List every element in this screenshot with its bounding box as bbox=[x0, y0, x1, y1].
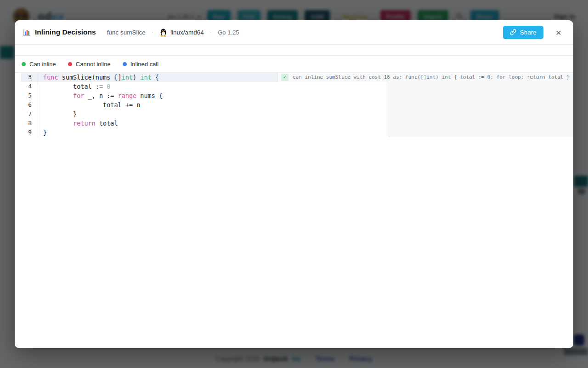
share-button-label: Share bbox=[520, 29, 537, 36]
annotation-cell bbox=[389, 119, 573, 128]
modal-title: Inlining Decisions bbox=[35, 28, 96, 36]
code-text: } bbox=[38, 128, 389, 137]
code-line-7[interactable]: 7 } bbox=[21, 109, 573, 119]
inline-legend: Can inlineCannot inlineInlined call bbox=[15, 56, 573, 73]
annotation-cell bbox=[389, 100, 573, 109]
line-number: 8 bbox=[21, 119, 38, 128]
legend-item-can-inline: Can inline bbox=[22, 61, 56, 68]
inlining-decisions-modal: Inlining Decisions func sumSlice · linux… bbox=[15, 20, 573, 348]
line-number: 3 bbox=[21, 73, 38, 82]
code-text: func sumSlice(nums []int) int { bbox=[38, 73, 277, 82]
legend-label: Inlined call bbox=[130, 61, 158, 68]
legend-dot bbox=[68, 62, 72, 66]
platform-label: linux/amd64 bbox=[159, 28, 204, 37]
line-number: 7 bbox=[21, 109, 38, 119]
separator-dot: · bbox=[152, 29, 153, 36]
code-line-4[interactable]: 4 total := 0 bbox=[21, 82, 573, 91]
legend-item-cannot-inline: Cannot inline bbox=[68, 61, 111, 68]
code-text: for _, n := range nums { bbox=[38, 91, 389, 100]
line-number: 5 bbox=[21, 91, 38, 100]
close-icon[interactable]: × bbox=[556, 28, 561, 37]
code-line-6[interactable]: 6 total += n bbox=[21, 100, 573, 109]
annotation-cell bbox=[389, 109, 573, 119]
code-text: total += n bbox=[38, 100, 389, 109]
code-text: } bbox=[38, 109, 389, 119]
legend-label: Cannot inline bbox=[76, 61, 111, 68]
code-text: total := 0 bbox=[38, 82, 389, 91]
annotation-cell bbox=[389, 91, 573, 100]
link-icon bbox=[510, 29, 516, 35]
share-button[interactable]: Share bbox=[503, 26, 543, 39]
legend-label: Can inline bbox=[29, 61, 56, 68]
code-viewer: 3func sumSlice(nums []int) int {✓can inl… bbox=[21, 73, 573, 137]
annotation-cell bbox=[389, 82, 573, 91]
line-number: 4 bbox=[21, 82, 38, 91]
legend-item-inlined-call: Inlined call bbox=[123, 61, 158, 68]
modal-toolbar-strip bbox=[15, 45, 573, 56]
legend-dot bbox=[123, 62, 127, 66]
can-inline-check-icon: ✓ bbox=[281, 74, 288, 81]
code-line-9[interactable]: 9} bbox=[21, 128, 573, 137]
code-line-8[interactable]: 8 return total bbox=[21, 119, 573, 128]
modal-function-name: func sumSlice bbox=[107, 29, 146, 36]
annotation-cell: ✓can inline sumSlice with cost 16 as: fu… bbox=[277, 73, 573, 82]
tux-linux-icon bbox=[159, 28, 167, 37]
line-number: 9 bbox=[21, 128, 38, 137]
inline-annotation-text: can inline sumSlice with cost 16 as: fun… bbox=[293, 73, 570, 82]
code-line-3[interactable]: 3func sumSlice(nums []int) int {✓can inl… bbox=[21, 73, 573, 82]
platform-text: linux/amd64 bbox=[170, 29, 204, 36]
modal-header: Inlining Decisions func sumSlice · linux… bbox=[15, 20, 573, 45]
code-text: return total bbox=[38, 119, 389, 128]
line-number: 6 bbox=[21, 100, 38, 109]
go-version-badge: Go 1.25 bbox=[218, 29, 239, 36]
code-line-5[interactable]: 5 for _, n := range nums { bbox=[21, 91, 573, 100]
annotation-cell bbox=[389, 128, 573, 137]
bar-chart-icon bbox=[23, 29, 31, 36]
separator-dot: · bbox=[210, 29, 212, 36]
legend-dot bbox=[22, 62, 26, 66]
